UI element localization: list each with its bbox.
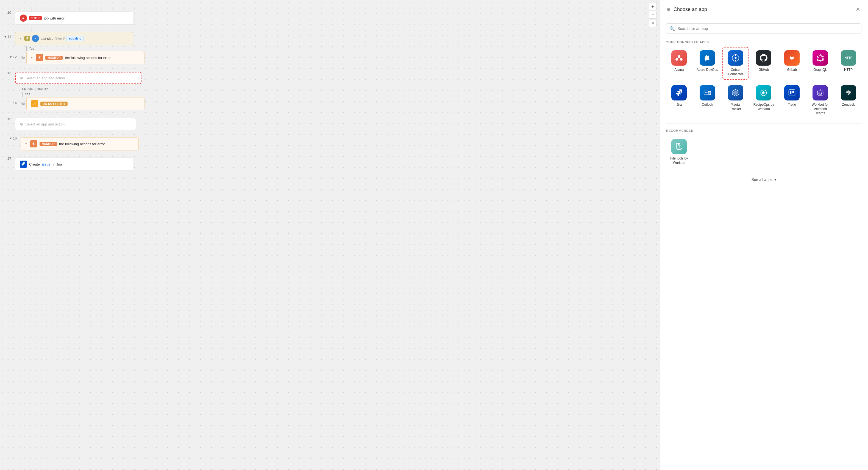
step-block-17[interactable]: Create issue in Jira: [15, 158, 133, 171]
see-all-label: See all apps: [751, 177, 772, 182]
monitor-badge-16: MONITOR: [39, 142, 57, 146]
app-item-workbot[interactable]: Workbot for Microsoft Teams: [807, 82, 833, 119]
svg-point-5: [735, 55, 736, 56]
collapse-arrow-16[interactable]: ▾: [25, 142, 27, 146]
step-row-17: 17 Create issue in Jira: [0, 152, 659, 172]
app-icon-asana: [671, 50, 687, 66]
step-content-10: ■ STOP job with error: [15, 7, 659, 25]
select-label-15: Select an app and action: [25, 122, 65, 126]
step-number-16: ▾ 16: [3, 132, 21, 150]
jira-icon-17: [20, 161, 27, 168]
app-icon-azure: [700, 50, 715, 66]
close-button[interactable]: ✕: [855, 5, 861, 14]
step-row-10: 10 ■ STOP job with error: [0, 5, 659, 26]
app-name-github: GitHub: [759, 68, 769, 72]
step-block-11[interactable]: ▾ IF ≡ List size Step 8 equals 0: [15, 32, 133, 45]
issue-link[interactable]: issue: [42, 162, 50, 166]
connected-apps-label: YOUR CONNECTED APPS: [659, 38, 868, 47]
workflow-canvas[interactable]: + − ⊞ 10 ■ STOP job with error ▾ 11 ▾ IF…: [0, 0, 659, 470]
app-name-zendesk: Zendesk: [842, 103, 855, 107]
step-content-11: ▾ IF ≡ List size Step 8 equals 0: [15, 27, 659, 45]
select-label-13: Select an app and action: [26, 76, 65, 80]
app-item-azure[interactable]: Azure DevOps: [694, 47, 720, 79]
monitor-badge-12: MONITOR: [45, 56, 63, 60]
zoom-fit-button[interactable]: ⊞: [649, 19, 656, 27]
app-icon-http: HTTP: [841, 50, 856, 66]
app-item-asana[interactable]: Asana: [666, 47, 692, 79]
see-all-apps-button[interactable]: See all apps ▾: [659, 173, 868, 186]
app-chooser-panel: ⊕ Choose an app ✕ 🔍 YOUR CONNECTED APPS …: [659, 0, 868, 470]
zoom-out-button[interactable]: −: [649, 11, 656, 19]
stop-badge: STOP: [29, 16, 42, 20]
step-block-15-select[interactable]: ⊕ Select an app and action: [15, 118, 136, 130]
monitor-icon-16: 👁: [30, 140, 37, 147]
app-item-graphql[interactable]: GraphQL: [807, 47, 833, 79]
step-block-10[interactable]: ■ STOP job with error: [15, 11, 133, 25]
collapse-arrow-11[interactable]: ▾: [20, 37, 22, 40]
app-name-trello: Trello: [788, 103, 796, 107]
svg-point-17: [763, 92, 765, 94]
app-item-http[interactable]: HTTPHTTP: [835, 47, 861, 79]
svg-point-1: [676, 58, 678, 61]
if-app-label: List size: [41, 36, 54, 41]
no-label-14: No: [21, 102, 25, 106]
app-item-pivotal[interactable]: Pivotal Tracker: [722, 82, 748, 119]
panel-title: Choose an app: [674, 7, 707, 12]
step-row-13: 13 ⊕ Select an app and action: [0, 66, 659, 85]
app-item-outlook[interactable]: Outlook: [694, 82, 720, 119]
svg-rect-19: [790, 91, 792, 94]
stop-label: job with error: [44, 16, 65, 20]
app-item-github[interactable]: GitHub: [751, 47, 777, 79]
app-item-zendesk[interactable]: Z Zendesk: [835, 82, 861, 119]
no-label-12: No: [21, 56, 25, 60]
list-size-icon: ≡: [32, 35, 39, 42]
recommended-label: RECOMMENDED: [659, 127, 868, 136]
app-icon-outlook: [700, 85, 715, 100]
step-content-15: ⊕ Select an app and action: [15, 113, 659, 130]
if-badge: IF: [24, 36, 30, 41]
step-content-13: ⊕ Select an app and action: [15, 67, 659, 84]
app-item-recipeops[interactable]: RecipeOps by Workato: [751, 82, 777, 119]
zoom-in-button[interactable]: +: [649, 3, 656, 10]
app-item-gitlab[interactable]: GitLab: [779, 47, 805, 79]
svg-rect-18: [789, 90, 795, 96]
svg-point-10: [817, 56, 818, 57]
app-icon-zendesk: Z: [841, 85, 856, 100]
error-found-label: ERROR FOUND?: [22, 87, 659, 91]
in-jira-label: in Jira: [53, 162, 62, 166]
step-block-12[interactable]: ▾ 👁 MONITOR the following actions for er…: [26, 51, 145, 64]
svg-rect-20: [793, 91, 794, 93]
svg-rect-21: [817, 91, 823, 95]
app-item-trello[interactable]: Trello: [779, 82, 805, 119]
app-name-recipeops: RecipeOps by Workato: [753, 103, 775, 111]
step-block-16[interactable]: ▾ 👁 MONITOR the following actions for er…: [21, 137, 139, 150]
warning-icon-14: ⚠: [31, 100, 38, 107]
app-name-filetools: File tools by Workato: [668, 157, 690, 165]
select-icon-13: ⊕: [20, 76, 23, 80]
app-name-azure: Azure DevOps: [696, 68, 718, 72]
stop-icon: ■: [20, 14, 27, 22]
collapse-arrow-12[interactable]: ▾: [31, 56, 33, 60]
app-icon-gitlab: [784, 50, 800, 66]
step-number-15: 15: [0, 113, 15, 121]
step-block-14[interactable]: ⚠ DO NOT RETRY: [26, 97, 145, 110]
svg-point-25: [820, 90, 821, 90]
step-number-10: 10: [0, 7, 15, 14]
step-block-13-select[interactable]: ⊕ Select an app and action: [15, 72, 142, 84]
app-item-cobalt[interactable]: Cobalt Connector: [722, 47, 748, 79]
step-row-11: ▾ 11 ▾ IF ≡ List size Step 8 equals 0: [0, 26, 659, 46]
svg-point-14: [819, 60, 821, 62]
app-item-jira[interactable]: Jira: [666, 82, 692, 119]
app-item-filetools[interactable]: File tools by Workato: [666, 136, 692, 168]
zoom-controls: + − ⊞: [649, 3, 656, 27]
app-name-pivotal: Pivotal Tracker: [724, 103, 746, 111]
step-row-16: ▾ 16 ▾ 👁 MONITOR the following actions f…: [0, 132, 659, 150]
yes-label-area-2: Yes: [0, 92, 659, 97]
search-icon: 🔍: [670, 26, 675, 31]
svg-point-23: [821, 93, 822, 94]
search-input[interactable]: [666, 23, 861, 34]
see-all-chevron: ▾: [774, 177, 776, 182]
recommended-apps-grid: File tools by Workato: [659, 136, 868, 173]
no-branch-14: No ⚠ DO NOT RETRY: [21, 97, 145, 111]
yes-label-area: Yes: [0, 46, 659, 51]
